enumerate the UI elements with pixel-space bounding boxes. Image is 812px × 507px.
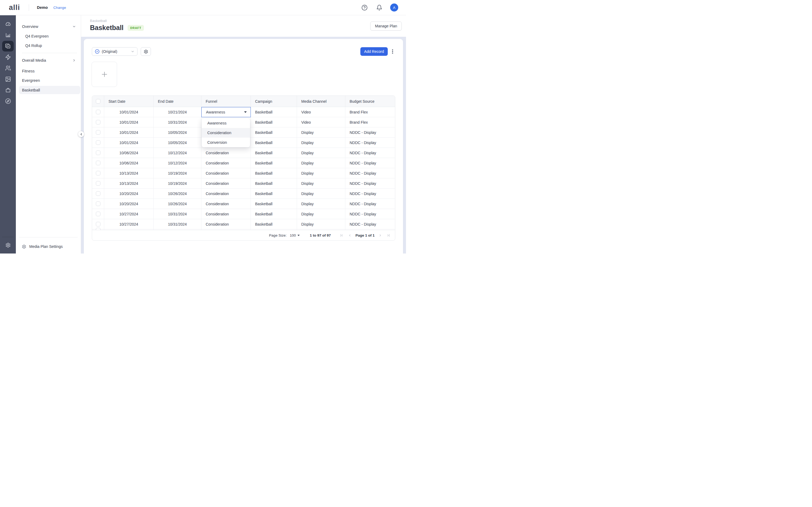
cell-budget-source[interactable]: NDDC - Display xyxy=(345,219,395,229)
cell-start-date[interactable]: 10/01/2024 xyxy=(104,107,154,117)
rail-item-activation[interactable] xyxy=(2,52,14,62)
grid-settings-button[interactable] xyxy=(141,47,151,56)
rail-item-discover[interactable] xyxy=(2,96,14,107)
column-header-budget-source[interactable]: Budget Source xyxy=(345,96,395,107)
rail-item-dashboard[interactable] xyxy=(2,19,14,30)
column-header-start-date[interactable]: Start Date xyxy=(104,96,154,107)
last-page-button[interactable] xyxy=(385,232,391,238)
cell-media-channel[interactable]: Display xyxy=(297,127,345,137)
row-checkbox[interactable] xyxy=(96,222,100,226)
row-checkbox[interactable] xyxy=(96,140,100,145)
column-header-campaign[interactable]: Campaign xyxy=(251,96,297,107)
cell-end-date[interactable]: 10/19/2024 xyxy=(154,168,201,178)
cell-media-channel[interactable]: Display xyxy=(297,209,345,219)
cell-media-channel[interactable]: Display xyxy=(297,219,345,229)
cell-start-date[interactable]: 10/20/2024 xyxy=(104,199,154,209)
cell-funnel[interactable]: Consideration xyxy=(201,199,251,209)
cell-start-date[interactable]: 10/27/2024 xyxy=(104,219,154,229)
first-page-button[interactable] xyxy=(339,232,345,238)
next-page-button[interactable] xyxy=(377,232,383,238)
cell-media-channel[interactable]: Display xyxy=(297,168,345,178)
sidebar-item-overview[interactable]: Overview xyxy=(16,23,81,30)
rail-item-marketplace[interactable] xyxy=(2,85,14,96)
cell-media-channel[interactable]: Display xyxy=(297,137,345,148)
sidebar-item-fitness[interactable]: Fitness xyxy=(16,67,81,75)
row-checkbox[interactable] xyxy=(96,181,100,186)
cell-campaign[interactable]: Basketball xyxy=(251,127,297,137)
cell-start-date[interactable]: 10/01/2024 xyxy=(104,137,154,148)
row-checkbox[interactable] xyxy=(96,212,100,216)
cell-start-date[interactable]: 10/06/2024 xyxy=(104,158,154,168)
avatar[interactable]: A xyxy=(390,3,398,11)
cell-campaign[interactable]: Basketball xyxy=(251,117,297,127)
cell-start-date[interactable]: 10/20/2024 xyxy=(104,188,154,199)
more-options-button[interactable] xyxy=(390,47,395,56)
cell-campaign[interactable]: Basketball xyxy=(251,178,297,188)
sidebar-collapse-button[interactable] xyxy=(78,131,84,137)
funnel-option[interactable]: Consideration xyxy=(202,128,250,137)
cell-funnel[interactable]: Consideration xyxy=(201,188,251,199)
sidebar-item-overall-media[interactable]: Overall Media xyxy=(16,57,81,64)
sidebar-item-q4-rollup[interactable]: Q4 Rollup xyxy=(16,42,81,49)
cell-budget-source[interactable]: Brand Flex xyxy=(345,117,395,127)
cell-media-channel[interactable]: Video xyxy=(297,117,345,127)
cell-start-date[interactable]: 10/06/2024 xyxy=(104,148,154,158)
cell-funnel[interactable]: Consideration xyxy=(201,168,251,178)
funnel-option[interactable]: Conversion xyxy=(202,137,250,147)
rail-settings-button[interactable] xyxy=(5,242,11,248)
cell-campaign[interactable]: Basketball xyxy=(251,158,297,168)
cell-end-date[interactable]: 10/31/2024 xyxy=(154,117,201,127)
cell-budget-source[interactable]: NDDC - Display xyxy=(345,148,395,158)
rail-item-audiences[interactable] xyxy=(2,63,14,73)
column-header-funnel[interactable]: Funnel xyxy=(201,96,251,107)
sidebar-item-q4-evergreen[interactable]: Q4 Evergreen xyxy=(16,33,81,40)
cell-campaign[interactable]: Basketball xyxy=(251,188,297,199)
cell-campaign[interactable]: Basketball xyxy=(251,209,297,219)
rail-item-reports[interactable] xyxy=(2,30,14,41)
cell-campaign[interactable]: Basketball xyxy=(251,107,297,117)
cell-media-channel[interactable]: Display xyxy=(297,178,345,188)
row-checkbox[interactable] xyxy=(96,130,100,135)
cell-end-date[interactable]: 10/12/2024 xyxy=(154,148,201,158)
cell-end-date[interactable]: 10/31/2024 xyxy=(154,219,201,229)
cell-end-date[interactable]: 10/19/2024 xyxy=(154,178,201,188)
cell-end-date[interactable]: 10/05/2024 xyxy=(154,137,201,148)
page-size-select[interactable]: 100 xyxy=(290,233,300,237)
cell-funnel[interactable]: Consideration xyxy=(201,209,251,219)
cell-end-date[interactable]: 10/26/2024 xyxy=(154,188,201,199)
cell-media-channel[interactable]: Display xyxy=(297,188,345,199)
cell-start-date[interactable]: 10/01/2024 xyxy=(104,117,154,127)
version-select[interactable]: (Original) xyxy=(92,47,138,56)
cell-budget-source[interactable]: NDDC - Display xyxy=(345,168,395,178)
cell-funnel[interactable]: Consideration xyxy=(201,178,251,188)
cell-budget-source[interactable]: Brand Flex xyxy=(345,107,395,117)
rail-item-creative[interactable] xyxy=(2,74,14,84)
cell-budget-source[interactable]: NDDC - Display xyxy=(345,178,395,188)
media-plan-settings-button[interactable]: Media Plan Settings xyxy=(16,243,81,250)
row-checkbox[interactable] xyxy=(96,171,100,175)
help-button[interactable] xyxy=(360,3,369,12)
notifications-button[interactable] xyxy=(374,3,384,12)
cell-start-date[interactable]: 10/13/2024 xyxy=(104,168,154,178)
select-all-header[interactable] xyxy=(92,96,104,107)
cell-funnel[interactable]: Consideration xyxy=(201,148,251,158)
add-plan-card[interactable] xyxy=(92,62,117,87)
cell-budget-source[interactable]: NDDC - Display xyxy=(345,127,395,137)
add-record-button[interactable]: Add Record xyxy=(360,47,388,56)
cell-budget-source[interactable]: NDDC - Display xyxy=(345,209,395,219)
previous-page-button[interactable] xyxy=(347,232,353,238)
cell-funnel[interactable]: Consideration xyxy=(201,158,251,168)
row-checkbox[interactable] xyxy=(96,161,100,165)
row-checkbox[interactable] xyxy=(96,191,100,196)
cell-budget-source[interactable]: NDDC - Display xyxy=(345,137,395,148)
rail-item-media-plans[interactable] xyxy=(2,41,14,52)
cell-campaign[interactable]: Basketball xyxy=(251,148,297,158)
cell-end-date[interactable]: 10/12/2024 xyxy=(154,158,201,168)
row-checkbox[interactable] xyxy=(96,202,100,206)
cell-end-date[interactable]: 10/31/2024 xyxy=(154,209,201,219)
cell-funnel[interactable]: Consideration xyxy=(201,219,251,229)
cell-campaign[interactable]: Basketball xyxy=(251,199,297,209)
cell-campaign[interactable]: Basketball xyxy=(251,137,297,148)
select-all-checkbox[interactable] xyxy=(96,99,100,104)
cell-start-date[interactable]: 10/13/2024 xyxy=(104,178,154,188)
